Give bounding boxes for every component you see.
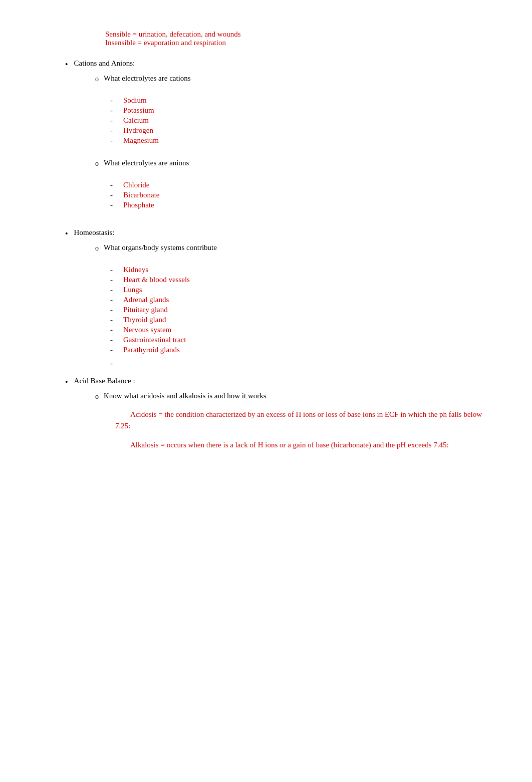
dash-gi: - Gastrointestinal tract (110, 336, 492, 344)
pituitary-text: Pituitary gland (123, 306, 168, 314)
acidosis-def-text: Acidosis = the condition characterized b… (115, 409, 492, 432)
sub-homeostasis: o What organs/body systems contribute (95, 243, 492, 252)
definition-block: Acidosis = the condition characterized b… (115, 409, 492, 451)
hydrogen-text: Hydrogen (123, 126, 153, 135)
heart-text: Heart & blood vessels (123, 276, 190, 284)
phosphate-text: Phosphate (123, 201, 154, 209)
dash-char-16: - (110, 336, 116, 344)
dash-heart: - Heart & blood vessels (110, 276, 492, 284)
homeostasis-sub-label: What organs/body systems contribute (104, 243, 217, 252)
kidneys-text: Kidneys (123, 266, 148, 274)
dash-adrenal: - Adrenal glands (110, 296, 492, 304)
gi-text: Gastrointestinal tract (123, 336, 186, 344)
sub-o-anions: o (95, 160, 99, 168)
dash-char-15: - (110, 326, 116, 334)
chloride-text: Chloride (123, 181, 150, 189)
dash-char-10: - (110, 276, 116, 284)
potassium-text: Potassium (123, 106, 154, 115)
sensible-text: Sensible = urination, defecation, and wo… (105, 30, 492, 39)
dash-sodium: - Sodium (110, 96, 492, 105)
dash-potassium: - Potassium (110, 106, 492, 115)
cation-dash-list: - Sodium - Potassium - Calcium - Hydroge… (110, 96, 492, 145)
thyroid-text: Thyroid gland (123, 316, 166, 324)
dash-char-4: - (110, 126, 116, 135)
bullet-dot-2: • (65, 229, 68, 238)
anion-dash-list: - Chloride - Bicarbonate - Phosphate (110, 181, 492, 209)
dash-pituitary: - Pituitary gland (110, 306, 492, 314)
dash-hydrogen: - Hydrogen (110, 126, 492, 135)
dash-lungs: - Lungs (110, 286, 492, 294)
sub-item-anions: o What electrolytes are anions (95, 159, 492, 168)
alkalosis-definition: Alkalosis = occurs when there is a lack … (115, 439, 492, 451)
section-acid-base: • Acid Base Balance : o Know what acidos… (65, 377, 492, 451)
homeostasis-dash-list: - Kidneys - Heart & blood vessels - Lung… (110, 266, 492, 354)
lungs-text: Lungs (123, 286, 142, 294)
dash-char-8: - (110, 201, 116, 209)
parathyroid-text: Parathyroid glands (123, 346, 180, 354)
nervous-text: Nervous system (123, 326, 171, 334)
dash-char-1: - (110, 96, 116, 105)
bullet-dot-1: • (65, 60, 68, 69)
homeostasis-label: Homeostasis: (74, 228, 115, 237)
dash-char-12: - (110, 296, 116, 304)
dash-char-13: - (110, 306, 116, 314)
bullet-homeostasis: • Homeostasis: (65, 228, 492, 238)
sub-item-cations: o What electrolytes are cations (95, 74, 492, 83)
insensible-text: Insensible = evaporation and respiration (105, 39, 492, 47)
anions-sub-label: What electrolytes are anions (104, 159, 189, 167)
acid-base-sub-label: Know what acidosis and alkalosis is and … (104, 392, 267, 400)
bullet-cations-anions: • Cations and Anions: (65, 59, 492, 69)
magnesium-text: Magnesium (123, 136, 159, 145)
sodium-text: Sodium (123, 96, 147, 105)
sub-cations: o What electrolytes are cations (95, 74, 492, 83)
section-cations-anions: • Cations and Anions: o What electrolyte… (65, 59, 492, 209)
sub-item-homeostasis: o What organs/body systems contribute (95, 243, 492, 252)
dash-bicarbonate: - Bicarbonate (110, 191, 492, 199)
dash-magnesium: - Magnesium (110, 136, 492, 145)
sub-item-acid-base: o Know what acidosis and alkalosis is an… (95, 392, 492, 401)
dash-char-14: - (110, 316, 116, 324)
dash-parathyroid: - Parathyroid glands (110, 346, 492, 354)
dash-phosphate: - Phosphate (110, 201, 492, 209)
dash-char-17: - (110, 346, 116, 354)
bullet-dot-3: • (65, 378, 68, 387)
cations-anions-label: Cations and Anions: (74, 59, 135, 68)
dash-char-6: - (110, 181, 116, 189)
section-homeostasis: • Homeostasis: o What organs/body system… (65, 228, 492, 368)
bicarbonate-text: Bicarbonate (123, 191, 159, 199)
adrenal-text: Adrenal glands (123, 296, 169, 304)
acidosis-definition: Acidosis = the condition characterized b… (115, 409, 492, 432)
alkalosis-def-text: Alkalosis = occurs when there is a lack … (115, 439, 492, 451)
sub-o-homeostasis: o (95, 244, 99, 252)
dash-kidneys: - Kidneys (110, 266, 492, 274)
sub-o-cations: o (95, 75, 99, 83)
acid-base-label: Acid Base Balance : (74, 377, 135, 385)
dash-chloride: - Chloride (110, 181, 492, 189)
calcium-text: Calcium (123, 116, 149, 125)
cations-sub-label: What electrolytes are cations (104, 74, 191, 83)
dash-char-7: - (110, 191, 116, 199)
dash-calcium: - Calcium (110, 116, 492, 125)
intro-block: Sensible = urination, defecation, and wo… (105, 30, 492, 47)
dash-thyroid: - Thyroid gland (110, 316, 492, 324)
empty-dash: - (110, 359, 492, 368)
dash-char-2: - (110, 106, 116, 115)
dash-char-5: - (110, 136, 116, 145)
dash-char-3: - (110, 116, 116, 125)
sub-anions: o What electrolytes are anions (95, 159, 492, 168)
dash-char-9: - (110, 266, 116, 274)
dash-nervous: - Nervous system (110, 326, 492, 334)
dash-char-11: - (110, 286, 116, 294)
sub-o-acid-base: o (95, 393, 99, 401)
sub-acid-base: o Know what acidosis and alkalosis is an… (95, 392, 492, 401)
bullet-acid-base: • Acid Base Balance : (65, 377, 492, 387)
